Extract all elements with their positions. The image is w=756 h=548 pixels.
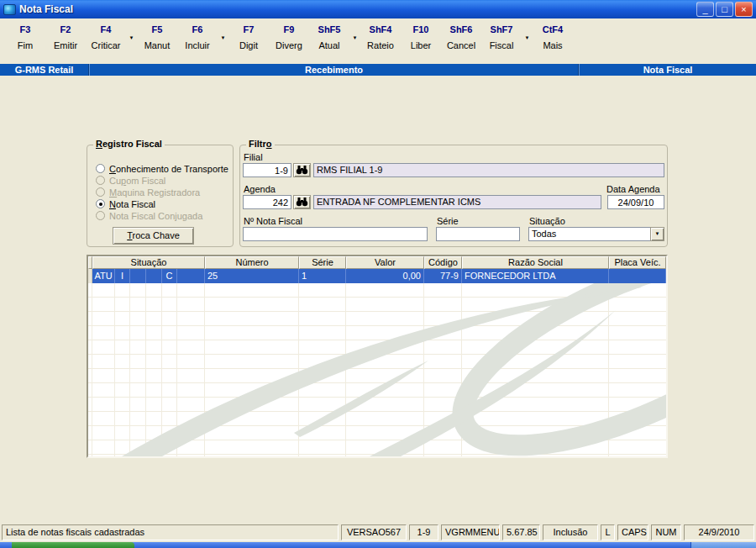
status-version: VERSAO567	[341, 524, 407, 540]
serie-label: Série	[437, 216, 459, 226]
chevron-down-icon[interactable]: ▼	[650, 227, 664, 241]
grid-body	[88, 283, 666, 456]
toolbar-button-digit[interactable]: F7 Digit	[229, 24, 268, 51]
toolbar-button-criticar[interactable]: F4 Criticar	[87, 24, 125, 51]
status-date: 24/9/2010	[684, 524, 754, 540]
banner-module-name: Recebimento	[90, 64, 578, 76]
toolbar-button-fiscal[interactable]: ShF7 Fiscal	[482, 24, 521, 51]
filial-name-field: RMS FILIAL 1-9	[313, 163, 664, 177]
windows-taskbar	[0, 542, 756, 548]
status-caps: CAPS	[617, 524, 648, 540]
serie-input[interactable]	[436, 227, 520, 241]
registro-fiscal-group: Registro Fiscal Conhecimento de Transpor…	[87, 145, 234, 247]
nota-fiscal-label: Nº Nota Fiscal	[244, 216, 302, 226]
filial-search-button[interactable]	[293, 163, 311, 177]
toolbar-button-liber[interactable]: F10 Liber	[402, 24, 440, 51]
agenda-code-input[interactable]	[243, 195, 291, 209]
app-window: Nota Fiscal _ □ × F3 Fim F2 Emitir F4 Cr…	[0, 0, 756, 548]
toolbar-button-diverg[interactable]: F9 Diverg	[270, 24, 308, 51]
dropdown-arrow-icon[interactable]: ▼	[126, 34, 137, 42]
radio-nota-fiscal-conjugada: Nota Fiscal Conjugada	[96, 210, 202, 221]
window-title: Nota Fiscal	[19, 3, 73, 15]
start-button[interactable]	[12, 542, 134, 548]
status-build: 5.67.85	[502, 524, 540, 540]
grid-header-placa: Placa Veíc.	[609, 256, 666, 269]
cell-razao-social: FORNECEDOR LTDA	[462, 269, 609, 283]
data-agenda-label: Data Agenda	[606, 184, 660, 194]
banner-screen-name: Nota Fiscal	[580, 64, 756, 76]
cell-situacao-2: I	[115, 269, 130, 283]
toolbar-button-manut[interactable]: F5 Manut	[138, 24, 176, 51]
radio-icon	[96, 199, 105, 208]
toolbar-button-cancel[interactable]: ShF6 Cancel	[442, 24, 480, 51]
grid-header-razao-social: Razão Social	[462, 256, 609, 269]
status-l-flag: L	[601, 524, 615, 540]
statusbar: Lista de notas fiscais cadastradas VERSA…	[0, 522, 756, 542]
agenda-label: Agenda	[244, 184, 276, 194]
status-mode: Inclusão	[543, 524, 598, 540]
dropdown-arrow-icon[interactable]: ▼	[218, 34, 228, 42]
cell-valor: 0,00	[346, 269, 424, 283]
situacao-label: Situação	[529, 216, 565, 226]
cell-situacao-1: ATU	[92, 269, 115, 283]
dropdown-arrow-icon[interactable]: ▼	[349, 34, 360, 42]
grid-header-serie: Série	[299, 256, 346, 269]
binoculars-icon	[295, 196, 309, 207]
grid-header-valor: Valor	[346, 256, 424, 269]
system-tray	[690, 542, 756, 548]
nota-fiscal-input[interactable]	[243, 227, 428, 241]
grid-header-codigo: Código	[424, 256, 462, 269]
filtro-group-title: Filtro	[246, 139, 275, 149]
cell-situacao-3	[130, 269, 146, 283]
filtro-group: Filtro Filial RMS FILIAL 1-9 Agenda Data…	[239, 145, 668, 247]
status-program: VGRMMENU	[441, 524, 500, 540]
radio-icon	[96, 164, 105, 173]
toolbar-button-emitir[interactable]: F2 Emitir	[46, 24, 85, 51]
status-num: NUM	[651, 524, 681, 540]
restore-button[interactable]: □	[716, 2, 733, 17]
data-agenda-input[interactable]	[607, 195, 664, 209]
radio-conhecimento-transporte[interactable]: Conhecimento de Transporte	[96, 163, 228, 174]
cell-serie: 1	[299, 269, 346, 283]
agenda-search-button[interactable]	[293, 195, 311, 209]
agenda-name-field: ENTRADA NF COMPLEMENTAR ICMS	[313, 195, 601, 209]
toolbar-button-mais[interactable]: CtF4 Mais	[533, 24, 572, 51]
radio-icon	[96, 187, 105, 197]
toolbar-button-fim[interactable]: F3 Fim	[6, 24, 45, 51]
close-button[interactable]: ×	[735, 2, 753, 17]
binoculars-icon	[295, 164, 309, 175]
cell-situacao-4	[146, 269, 162, 283]
toolbar-button-atual[interactable]: ShF5 Atual	[310, 24, 349, 51]
registro-fiscal-group-title: Registro Fiscal	[93, 139, 165, 149]
filial-label: Filial	[244, 152, 263, 162]
grid-header-row: Situação Número Série Valor Código Razão…	[88, 256, 666, 269]
toolbar: F3 Fim F2 Emitir F4 Criticar ▼ F5 Manut …	[0, 18, 756, 64]
cell-placa	[609, 269, 666, 283]
radio-maquina-registradora: Maquina Registradora	[96, 187, 200, 198]
cell-situacao-6	[177, 269, 205, 283]
situacao-dropdown[interactable]: Todas ▼	[528, 227, 664, 241]
radio-icon	[96, 176, 105, 185]
filial-code-input[interactable]	[243, 163, 291, 177]
cell-numero: 25	[205, 269, 299, 283]
situacao-selected-value: Todas	[528, 227, 650, 241]
cell-codigo: 77-9	[424, 269, 462, 283]
radio-nota-fiscal[interactable]: Nota Fiscal	[96, 198, 155, 209]
troca-chave-button[interactable]: Troca Chave	[113, 227, 194, 245]
dropdown-arrow-icon[interactable]: ▼	[522, 34, 533, 42]
radio-icon	[96, 211, 105, 220]
app-icon	[3, 4, 16, 15]
toolbar-button-rateio[interactable]: ShF4 Rateio	[361, 24, 400, 51]
toolbar-button-incluir[interactable]: F6 Incluir	[178, 24, 217, 51]
cell-situacao-5: C	[162, 269, 177, 283]
grid-header-numero: Número	[205, 256, 299, 269]
notas-fiscais-grid: Situação Número Série Valor Código Razão…	[87, 255, 668, 458]
banner-app-name: G-RMS Retail	[0, 64, 88, 76]
radio-cupom-fiscal: Cupom Fiscal	[96, 175, 165, 186]
rms-logo-watermark	[88, 283, 666, 456]
minimize-button[interactable]: _	[696, 2, 714, 17]
titlebar: Nota Fiscal _ □ ×	[0, 0, 756, 18]
grid-row-selected[interactable]: ATU I C 25 1 0,00 77-9 FORNECEDOR LTDA	[88, 269, 666, 283]
grid-header-situacao: Situação	[92, 256, 205, 269]
status-filial: 1-9	[409, 524, 438, 540]
